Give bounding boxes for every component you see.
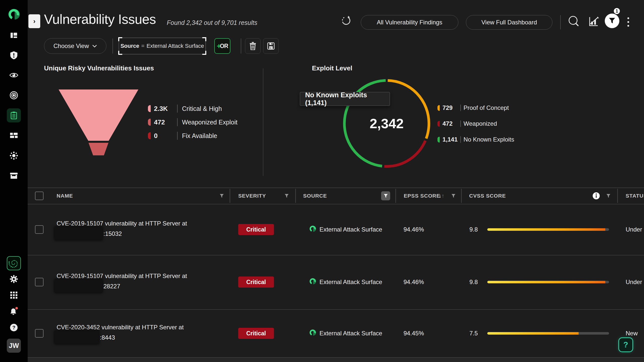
- cvss-info-icon[interactable]: [592, 192, 600, 201]
- legend-marker: [437, 121, 440, 127]
- legend-label: Fix Available: [182, 132, 217, 140]
- name-line1: CVE-2020-3452 vulnerability at HTTP Serv…: [55, 323, 184, 331]
- or-label: OR: [220, 43, 228, 50]
- legend-item[interactable]: 729 Proof of Concept: [437, 104, 514, 111]
- vulnerability-name[interactable]: CVE-2019-15107 vulnerability at HTTP Ser…: [55, 272, 187, 292]
- name-port: 28227: [103, 282, 120, 290]
- col-epss-score[interactable]: EPSS SCORE: [404, 193, 440, 199]
- target-scope-icon[interactable]: [7, 88, 21, 102]
- col-name[interactable]: NAME: [57, 193, 73, 199]
- table-row[interactable]: CVE-2019-15107 vulnerability at HTTP Ser…: [28, 204, 644, 255]
- legend-item[interactable]: 1,141 No Known Exploits: [437, 136, 514, 143]
- legend-marker: [437, 105, 440, 111]
- funnel-seg-critical-high[interactable]: [59, 89, 138, 141]
- inventory-box-icon[interactable]: [7, 169, 21, 183]
- sidebar: ? JW: [0, 0, 28, 362]
- legend-item[interactable]: 2.3K Critical & High: [148, 105, 237, 113]
- trash-icon: [249, 42, 256, 50]
- severity-badge: Critical: [238, 328, 274, 339]
- cvss-score-bar: [487, 228, 609, 231]
- vulnerability-name[interactable]: CVE-2020-3452 vulnerability at HTTP Serv…: [55, 323, 184, 344]
- page-title: Vulnerability Issues: [44, 12, 156, 27]
- save-view-button[interactable]: [263, 38, 279, 54]
- column-divider: [295, 189, 296, 203]
- legend-item[interactable]: 0 Fix Available: [148, 132, 237, 140]
- source-label: External Attack Surface: [319, 226, 382, 233]
- choose-view-dropdown[interactable]: Choose View: [44, 38, 106, 54]
- name-port: :8443: [100, 333, 115, 341]
- cvss-score: 9.8: [469, 279, 478, 286]
- help-fab-button[interactable]: ?: [618, 337, 633, 352]
- funnel-icon: [609, 18, 615, 24]
- chevron-down-icon: [92, 45, 97, 48]
- app-root: ? JW › Vulnerability Issues Found 2,342 …: [0, 0, 644, 362]
- legend-marker: [148, 105, 151, 112]
- funnel-chart[interactable]: [59, 89, 139, 156]
- legend-value: 0: [154, 132, 173, 140]
- risk-shield-icon[interactable]: [7, 48, 21, 62]
- kebab-menu-icon[interactable]: [624, 15, 632, 29]
- visibility-eye-icon[interactable]: [7, 68, 21, 82]
- col-severity[interactable]: SEVERITY: [238, 193, 266, 199]
- assets-blocks-icon[interactable]: [7, 128, 21, 143]
- epss-sort-icon[interactable]: ↓↑: [439, 193, 445, 199]
- source-icon: [309, 225, 316, 234]
- settings-gear-icon[interactable]: [7, 272, 21, 286]
- column-divider: [230, 189, 230, 203]
- col-source[interactable]: SOURCE: [303, 193, 327, 199]
- severity-filter-icon[interactable]: [285, 194, 289, 198]
- refresh-icon[interactable]: [341, 15, 352, 27]
- search-icon[interactable]: [567, 15, 580, 29]
- chip-corner: [118, 51, 122, 55]
- add-or-filter-button[interactable]: + OR: [214, 38, 230, 54]
- row-checkbox[interactable]: [35, 278, 44, 286]
- notifications-bell-icon[interactable]: [7, 304, 21, 318]
- horizontal-scrollbar[interactable]: [28, 358, 644, 362]
- chip-corner: [118, 37, 122, 41]
- source-filter-active-button[interactable]: [381, 191, 390, 200]
- source-label: External Attack Surface: [319, 330, 382, 337]
- dashboard-icon[interactable]: [7, 28, 21, 42]
- filter-button[interactable]: [605, 14, 619, 28]
- cvss-score-bar-fill: [487, 332, 579, 335]
- col-status[interactable]: STATUS: [626, 193, 644, 199]
- redacted-host: [55, 331, 99, 344]
- legend-item[interactable]: 472 Weaponized Exploit: [148, 118, 237, 126]
- funnel-seg-weaponized[interactable]: [89, 143, 108, 155]
- row-checkbox[interactable]: [35, 225, 44, 234]
- view-full-dashboard-button[interactable]: View Full Dashboard: [466, 15, 552, 30]
- sidebar-item-vulnerabilities[interactable]: [7, 108, 21, 122]
- header-divider: [560, 15, 561, 29]
- epss-filter-icon[interactable]: [451, 194, 456, 198]
- vulnerability-name[interactable]: CVE-2019-15107 vulnerability at HTTP Ser…: [55, 219, 187, 240]
- legend-divider: [177, 132, 178, 140]
- redacted-host: [55, 280, 102, 292]
- legend-label: Proof of Concept: [464, 104, 509, 111]
- apps-grid-icon[interactable]: [7, 288, 21, 302]
- chart-view-icon[interactable]: [588, 16, 599, 28]
- legend-item[interactable]: 472 Weaponized: [437, 120, 514, 127]
- delete-filters-button[interactable]: [245, 38, 261, 54]
- legend-label: Weaponized: [464, 120, 497, 127]
- name-filter-icon[interactable]: [220, 194, 224, 198]
- all-vulnerability-findings-button[interactable]: All Vulnerability Findings: [361, 15, 458, 30]
- filter-bar-divider-2: [241, 38, 241, 54]
- help-circle-icon[interactable]: ?: [7, 321, 21, 335]
- column-divider: [395, 189, 396, 203]
- severity-badge: Critical: [238, 224, 274, 235]
- filter-chip-source[interactable]: Source = External Attack Surface: [119, 38, 206, 54]
- status-label: Under I: [626, 279, 644, 286]
- col-cvss-score[interactable]: CVSS SCORE: [469, 193, 506, 199]
- legend-marker: [148, 119, 151, 126]
- table-row[interactable]: CVE-2020-3452 vulnerability at HTTP Serv…: [28, 309, 644, 357]
- legend-divider: [177, 118, 178, 126]
- brand-logo-icon[interactable]: [7, 7, 21, 21]
- table-row[interactable]: CVE-2019-15107 vulnerability at HTTP Ser…: [28, 255, 644, 309]
- select-all-checkbox[interactable]: [35, 192, 44, 200]
- threat-cluster-icon[interactable]: [7, 149, 21, 163]
- cvss-filter-icon[interactable]: [606, 194, 611, 198]
- user-avatar[interactable]: JW: [7, 339, 21, 353]
- expand-panel-button[interactable]: ›: [28, 14, 40, 28]
- ai-sparkle-icon[interactable]: [7, 256, 21, 270]
- row-checkbox[interactable]: [35, 329, 44, 338]
